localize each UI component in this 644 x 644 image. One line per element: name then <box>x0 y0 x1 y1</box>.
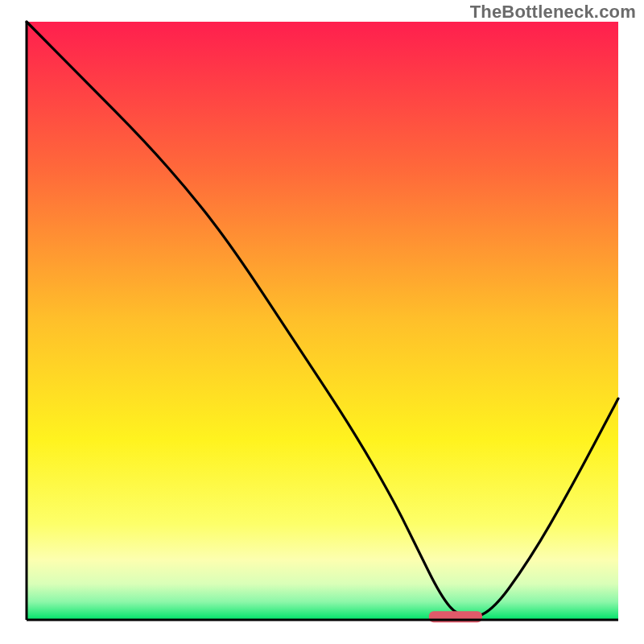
attribution-label: TheBottleneck.com <box>470 2 636 23</box>
chart-canvas: TheBottleneck.com <box>0 0 644 644</box>
bottleneck-chart <box>0 0 644 644</box>
